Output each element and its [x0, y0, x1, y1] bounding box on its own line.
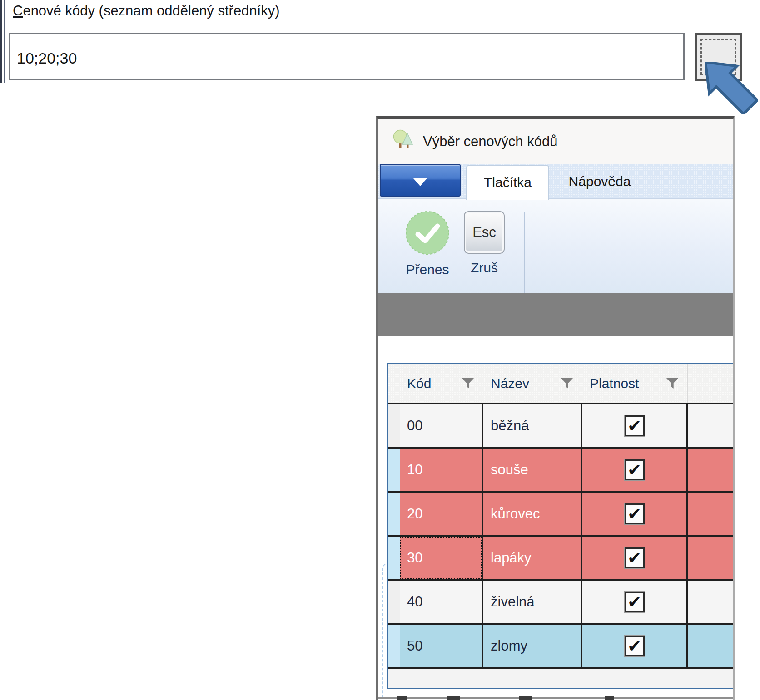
cell-nazev[interactable]: souše [483, 449, 582, 491]
column-header-label: Kód [407, 376, 431, 391]
cancel-button[interactable]: Esc Zruš [462, 211, 507, 276]
cell-nazev[interactable]: živelná [483, 581, 582, 623]
check-circle-icon [405, 210, 450, 256]
checkbox-checked[interactable]: ✔ [625, 592, 645, 612]
cell-platnost[interactable]: ✔ [582, 581, 688, 623]
grid-body: 00běžná✔10souše✔20kůrovec✔30lapáky✔40živ… [388, 404, 735, 669]
ribbon-content: Přenes Esc Zruš [378, 199, 733, 293]
checkbox-checked[interactable]: ✔ [625, 503, 645, 524]
transfer-button-label: Přenes [402, 262, 452, 277]
label-rest: enové kódy (seznam oddělený středníky) [23, 3, 279, 19]
clipped-bottom-edge [378, 697, 733, 699]
column-header-label: Platnost [590, 376, 639, 391]
column-header-label: Název [491, 376, 529, 391]
column-header-kod[interactable]: Kód [400, 364, 483, 403]
clipped-bottom-mark [605, 696, 614, 700]
row-selector-strip[interactable] [388, 493, 400, 535]
cell-kod[interactable]: 00 [400, 404, 483, 447]
cell-platnost[interactable]: ✔ [582, 625, 688, 667]
cell-empty [688, 449, 735, 491]
tab-napoveda[interactable]: Nápověda [566, 164, 633, 199]
cell-kod[interactable]: 30 [400, 537, 483, 579]
filter-icon[interactable] [462, 378, 474, 389]
dialog-titlebar: Výběr cenových kódů [378, 119, 733, 164]
cell-kod[interactable]: 20 [400, 493, 483, 535]
checkbox-checked[interactable]: ✔ [625, 636, 645, 656]
column-header-empty [688, 364, 735, 403]
cell-empty [688, 625, 735, 667]
table-row: 20kůrovec✔ [388, 493, 735, 537]
cell-kod[interactable]: 50 [400, 625, 483, 667]
dialog-title: Výběr cenových kódů [423, 119, 557, 164]
cell-nazev[interactable]: kůrovec [483, 493, 582, 535]
cell-platnost[interactable]: ✔ [582, 449, 688, 491]
accel-letter: C [13, 3, 23, 19]
row-selector-strip[interactable] [388, 404, 400, 447]
cursor-arrow-icon [705, 62, 758, 114]
price-codes-grid: Kód Název Platnost 00běžná✔10souše✔20kůr… [387, 363, 735, 689]
table-row: 10souše✔ [388, 449, 735, 493]
row-selector-strip[interactable] [388, 449, 400, 491]
clipped-bottom-mark [447, 696, 460, 700]
focused-cell-outline [400, 537, 482, 579]
cell-nazev[interactable]: lapáky [483, 537, 582, 579]
panel-edge-bar [0, 0, 2, 83]
row-selector-strip[interactable] [388, 581, 400, 623]
ribbon-group-separator [524, 212, 525, 293]
cancel-button-label: Zruš [462, 260, 507, 276]
table-row: 40živelná✔ [388, 581, 735, 625]
cell-platnost[interactable]: ✔ [582, 404, 688, 447]
clipped-bottom-mark [519, 696, 532, 700]
clipped-bottom-mark [397, 696, 407, 700]
panel-edge-bar [4, 0, 5, 83]
gray-bar [378, 293, 733, 336]
grid-header-row: Kód Název Platnost [388, 364, 735, 404]
ribbon-tabstrip: Tlačítka Nápověda [378, 164, 733, 199]
cell-platnost[interactable]: ✔ [582, 537, 688, 579]
table-row: 30lapáky✔ [388, 537, 735, 581]
filter-icon[interactable] [561, 378, 573, 389]
price-codes-input[interactable] [9, 33, 685, 80]
row-selector-strip[interactable] [388, 625, 400, 667]
tab-tlacitka[interactable]: Tlačítka [466, 165, 549, 200]
row-selector-strip[interactable] [388, 537, 400, 579]
chevron-down-icon [413, 178, 427, 186]
cell-kod[interactable]: 10 [400, 449, 483, 491]
filter-icon[interactable] [666, 378, 678, 389]
table-row: 50zlomy✔ [388, 625, 735, 669]
column-header-platnost[interactable]: Platnost [582, 364, 688, 403]
price-codes-label: Cenové kódy (seznam oddělený středníky) [13, 3, 280, 19]
cell-nazev[interactable]: zlomy [483, 625, 582, 667]
transfer-button[interactable]: Přenes [402, 210, 452, 277]
trees-icon [392, 129, 414, 152]
cell-nazev[interactable]: běžná [483, 404, 582, 447]
cell-empty [688, 493, 735, 535]
row-header-corner [388, 364, 400, 403]
esc-key-icon: Esc [464, 211, 505, 254]
app-menu-button[interactable] [380, 164, 461, 197]
cell-kod[interactable]: 40 [400, 581, 483, 623]
cell-empty [688, 404, 735, 447]
checkbox-checked[interactable]: ✔ [625, 459, 645, 480]
table-row: 00běžná✔ [388, 404, 735, 449]
column-header-nazev[interactable]: Název [483, 364, 582, 403]
cell-platnost[interactable]: ✔ [582, 493, 688, 535]
cell-empty [688, 581, 735, 623]
checkbox-checked[interactable]: ✔ [625, 415, 645, 436]
cell-empty [688, 537, 735, 579]
price-codes-dialog: Výběr cenových kódů Tlačítka Nápověda Př… [376, 116, 735, 700]
checkbox-checked[interactable]: ✔ [625, 547, 645, 568]
